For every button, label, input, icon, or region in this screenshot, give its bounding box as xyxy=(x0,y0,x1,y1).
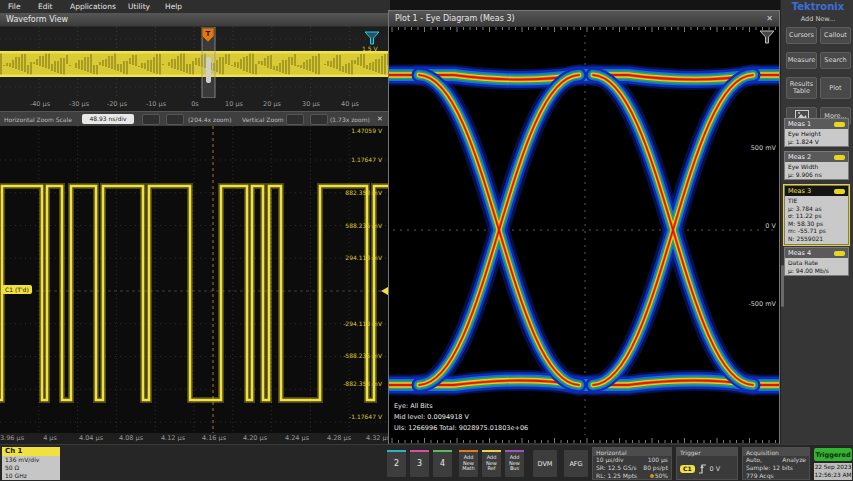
h-zoom-out-button[interactable] xyxy=(142,114,160,125)
channel-impedance: 50 Ω xyxy=(5,464,57,472)
callout-button[interactable]: Callout xyxy=(820,27,851,44)
cursors-button[interactable]: Cursors xyxy=(786,27,817,44)
eye-window-titlebar[interactable]: Plot 1 - Eye Diagram (Meas 3) ✕ xyxy=(389,11,779,27)
y-axis-label: 588.235 mV xyxy=(336,222,382,229)
zoom-close-icon[interactable]: ✕ xyxy=(377,115,383,123)
date-label: 22 Sep 2023 xyxy=(814,463,852,471)
results-table-button[interactable]: Results Table xyxy=(786,77,817,99)
source-color-pill xyxy=(834,189,845,194)
eye-annotation: Mid level: 0.0094918 V xyxy=(394,413,469,421)
meas-line: µ: 9.906 ns xyxy=(788,171,845,179)
waveform-axis: 3.96 µs 4 µs 4.04 µs 4.08 µs 4.12 µs 4.1… xyxy=(0,433,388,444)
meas-line: µ: 94.00 Mb/s xyxy=(788,267,845,275)
horizontal-panel[interactable]: Horizontal 10 µs/div100 µs SR: 12.5 GS/s… xyxy=(592,447,672,480)
trigger-panel[interactable]: Trigger C1 0 V xyxy=(676,447,738,480)
h-zoom-in-button[interactable] xyxy=(166,114,184,125)
meas-name: Meas 2 xyxy=(788,153,811,161)
v-zoom-out-button[interactable] xyxy=(286,114,304,125)
waveform-view-titlebar[interactable]: Waveform View xyxy=(0,13,388,27)
add-ref-button[interactable]: Add New Ref xyxy=(481,449,502,478)
datetime-box: 22 Sep 2023 12:56:23 AM xyxy=(814,463,852,480)
eye-y-label: 0 V xyxy=(765,222,776,230)
waveform-view-title: Waveform View xyxy=(6,15,68,24)
menu-utility[interactable]: Utility xyxy=(128,2,150,11)
search-button[interactable]: Search xyxy=(820,52,851,69)
y-axis-label: -882.353 mV xyxy=(336,380,382,387)
eye-annotation: UIs: 1266996 Total: 9028975.01803e+06 xyxy=(394,424,528,432)
afg-button[interactable]: AFG xyxy=(563,449,589,478)
meas-line: Data Rate xyxy=(788,259,845,267)
ref-color xyxy=(482,450,501,452)
menu-edit[interactable]: Edit xyxy=(38,2,53,11)
channel-4-button[interactable]: 4 xyxy=(432,449,453,478)
plot-button[interactable]: Plot xyxy=(820,77,851,99)
measurement-badge-4[interactable]: Meas 4 Data Rate µ: 94.00 Mb/s xyxy=(784,247,849,276)
source-color-pill xyxy=(834,251,845,256)
v-zoom-in-button[interactable] xyxy=(310,114,328,125)
measurement-badge-2[interactable]: Meas 2 Eye Width µ: 9.906 ns xyxy=(784,151,849,180)
channel-4-color xyxy=(433,450,452,452)
meas-line: σ: 11.22 ps xyxy=(788,212,845,220)
meas-line: µ: 1.824 V xyxy=(788,138,845,146)
h-zoom-scale-value[interactable]: 48.93 ns/div xyxy=(82,114,134,124)
channel-2-button[interactable]: 2 xyxy=(386,449,407,478)
h-zoom-scale-label: Horizontal Zoom Scale xyxy=(4,116,72,123)
channel-bandwidth: 10 GHz xyxy=(5,472,57,480)
tektronix-logo: Tektronix xyxy=(785,1,851,12)
channel-tag[interactable]: C1 (T'd) xyxy=(2,285,32,294)
triggered-button[interactable]: Triggered xyxy=(814,448,852,461)
y-axis-label: 882.353 mV xyxy=(336,189,382,196)
eye-plot[interactable]: 500 mV 0 V -500 mV Eye: All Bits Mid lev… xyxy=(389,27,779,443)
acquisition-panel[interactable]: Acquisition Auto,Analyze Sample: 12 bits… xyxy=(742,447,810,480)
eye-y-label: 500 mV xyxy=(751,144,776,152)
oscilloscope-screen: { "menu_bar": { "items": ["File", "Edit"… xyxy=(0,0,853,481)
measurement-badge-1[interactable]: Meas 1 Eye Height µ: 1.824 V xyxy=(784,118,849,147)
dvm-button[interactable]: DVM xyxy=(532,449,558,478)
svg-text:T: T xyxy=(206,30,211,38)
eye-diagram-window: Plot 1 - Eye Diagram (Meas 3) ✕ 500 mV 0… xyxy=(388,10,780,455)
menu-help[interactable]: Help xyxy=(165,2,182,11)
channel-1-name: Ch 1 xyxy=(2,447,60,456)
waveform-overview[interactable]: T 1.5 V xyxy=(0,27,388,99)
channel-3-button[interactable]: 3 xyxy=(409,449,430,478)
overview-axis: -40 µs -30 µs -20 µs -10 µs 0s 10 µs 20 … xyxy=(0,98,388,111)
y-axis-label: -1.17647 V xyxy=(336,413,382,420)
horizontal-title: Horizontal xyxy=(593,448,671,456)
source-color-pill xyxy=(834,155,845,160)
y-axis-label: -588.235 mV xyxy=(336,352,382,359)
position-dot xyxy=(650,474,654,478)
meas-line: Eye Width xyxy=(788,163,845,171)
bus-color xyxy=(505,450,524,452)
y-axis-label: -294.118 mV xyxy=(336,320,382,327)
eye-close-icon[interactable]: ✕ xyxy=(766,14,773,23)
y-axis-label: 1.47059 V xyxy=(336,127,382,134)
meas-line: µ: 3.784 as xyxy=(788,205,845,213)
overview-scale-label: 1.5 V xyxy=(362,45,378,52)
measure-button[interactable]: Measure xyxy=(786,52,817,69)
meas-line: M: 58.30 ps xyxy=(788,220,845,228)
trigger-title: Trigger xyxy=(677,448,737,456)
eye-window-title: Plot 1 - Eye Diagram (Meas 3) xyxy=(395,14,515,23)
add-math-button[interactable]: Add New Math xyxy=(458,449,479,478)
trigger-level-marker[interactable] xyxy=(381,287,388,295)
add-new-label: Add New... xyxy=(785,15,851,23)
eye-y-label: -500 mV xyxy=(748,300,776,308)
meas-line: TIE xyxy=(788,197,845,205)
v-zoom-factor: (1.73x zoom) xyxy=(330,116,370,123)
menu-file[interactable]: File xyxy=(8,2,21,11)
menu-applications[interactable]: Applications xyxy=(70,2,116,11)
h-zoom-factor: (204.4x zoom) xyxy=(188,116,232,123)
meas-name: Meas 1 xyxy=(788,120,811,128)
eye-annotation: Eye: All Bits xyxy=(394,402,433,410)
time-label: 12:56:23 AM xyxy=(814,471,852,479)
acquisition-title: Acquisition xyxy=(743,448,809,456)
waveform-graticule[interactable]: 1.47059 V 1.17647 V 882.353 mV 588.235 m… xyxy=(0,126,388,433)
add-bus-button[interactable]: Add New Bus xyxy=(504,449,525,478)
channel-1-badge[interactable]: Ch 1 136 mV/div 50 Ω 10 GHz xyxy=(2,447,60,480)
meas-name: Meas 4 xyxy=(788,249,811,257)
channel-scale: 136 mV/div xyxy=(5,456,57,464)
eye-funnel-icon[interactable] xyxy=(759,29,775,48)
trigger-source-badge: C1 xyxy=(680,465,695,473)
meas-name: Meas 3 xyxy=(788,187,811,195)
measurement-badge-3[interactable]: Meas 3 TIE µ: 3.784 as σ: 11.22 ps M: 58… xyxy=(784,185,849,245)
